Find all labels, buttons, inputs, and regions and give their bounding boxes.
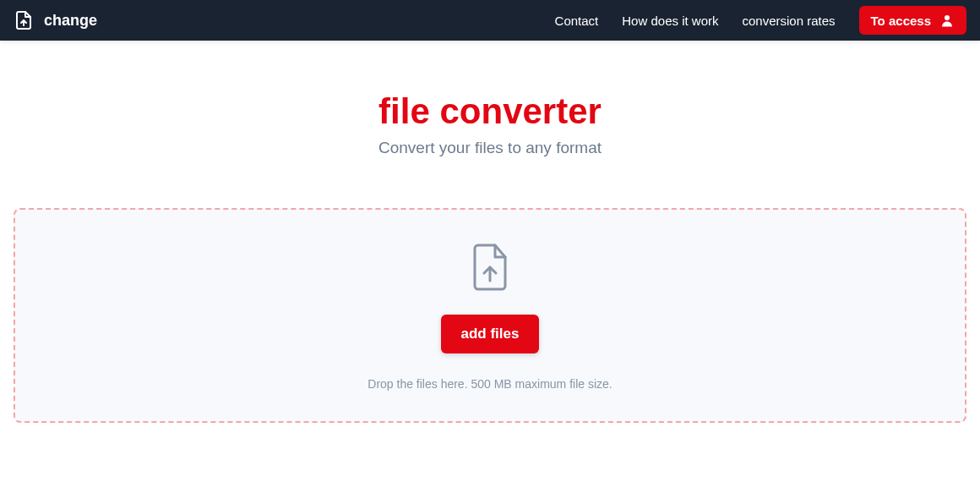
access-button-label: To access	[871, 14, 931, 28]
add-files-button[interactable]: add files	[441, 315, 540, 353]
logo[interactable]: change	[14, 10, 97, 30]
file-upload-icon	[470, 244, 510, 291]
header: change Contact How does it work conversi…	[0, 0, 980, 41]
main-content: file converter Convert your files to any…	[0, 41, 980, 423]
dropzone-hint: Drop the files here. 500 MB maximum file…	[368, 377, 612, 391]
nav-link-conversion-rates[interactable]: conversion rates	[743, 14, 836, 28]
user-icon	[939, 13, 955, 28]
dropzone[interactable]: add files Drop the files here. 500 MB ma…	[14, 208, 966, 423]
access-button[interactable]: To access	[859, 6, 966, 35]
svg-point-1	[945, 15, 950, 20]
file-upload-icon	[14, 10, 34, 30]
nav-link-how-it-works[interactable]: How does it work	[622, 14, 718, 28]
nav: Contact How does it work conversion rate…	[555, 6, 966, 35]
page-subtitle: Convert your files to any format	[14, 139, 966, 157]
nav-link-contact[interactable]: Contact	[555, 14, 599, 28]
page-title: file converter	[14, 91, 966, 132]
logo-text: change	[44, 12, 97, 30]
